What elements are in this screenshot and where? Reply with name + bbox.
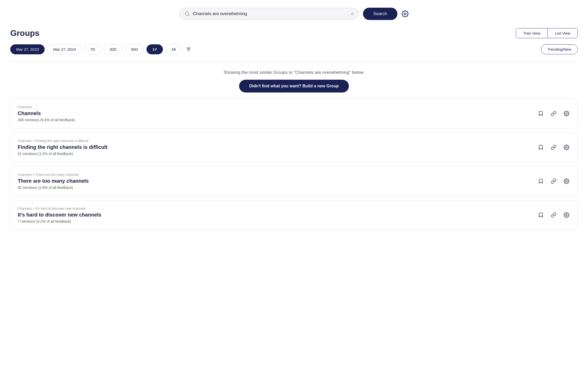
group-actions [537, 177, 570, 185]
trending-new-button[interactable]: Trending/New [541, 44, 578, 54]
group-breadcrumb: Channels > There are too many channels [18, 173, 89, 177]
link-button[interactable] [550, 211, 557, 219]
settings-gear-button[interactable] [401, 10, 409, 17]
svg-point-7 [566, 147, 567, 148]
group-mentions: 308 mentions (9.4% of all feedback) [18, 118, 75, 122]
tree-view-button[interactable]: Tree View [516, 28, 548, 38]
settings-button[interactable] [563, 110, 570, 117]
group-name: It's hard to discover new channels [18, 212, 101, 218]
search-input[interactable] [193, 11, 348, 16]
group-breadcrumb: Channels > Finding the right channels is… [18, 139, 107, 143]
filter-30d-button[interactable]: 30D [104, 44, 123, 54]
group-card: Channels > Finding the right channels is… [10, 132, 578, 162]
similar-info: Showing the most similar Groups to "Chan… [10, 70, 578, 93]
bookmark-button[interactable] [537, 143, 545, 151]
filter-options-button[interactable] [184, 45, 193, 54]
bookmark-button[interactable] [537, 110, 545, 117]
svg-point-2 [404, 13, 406, 15]
bookmark-button[interactable] [537, 211, 545, 219]
date-filter-row: Mar 27, 2023 Mar 27, 2024 7D 30D 90D 1Y … [10, 44, 578, 54]
page-title: Groups [10, 28, 40, 38]
filter-7d-button[interactable]: 7D [84, 44, 101, 54]
filter-90d-button[interactable]: 90D [125, 44, 144, 54]
header-row: Groups Tree View List View [10, 28, 578, 38]
group-name: Channels [18, 110, 75, 116]
bookmark-button[interactable] [537, 177, 545, 185]
group-mentions: 7 mentions (0.2% of all feedback) [18, 219, 101, 223]
group-breadcrumb: Channels > It's hard to discover new cha… [18, 207, 101, 210]
group-card: Channels > There are too many channels T… [10, 166, 578, 196]
group-breadcrumb: Channels [18, 105, 75, 109]
groups-list: Channels Channels 308 mentions (9.4% of … [10, 99, 578, 230]
svg-point-9 [566, 214, 567, 216]
filter-all-button[interactable]: All [165, 44, 182, 54]
similar-info-text: Showing the most similar Groups to "Chan… [10, 70, 578, 75]
view-toggle: Tree View List View [516, 28, 578, 38]
date-filters: Mar 27, 2023 Mar 27, 2024 7D 30D 90D 1Y … [10, 44, 193, 54]
filter-1y-button[interactable]: 1Y [146, 44, 163, 54]
search-clear-button[interactable]: × [351, 12, 354, 16]
group-actions [537, 110, 570, 117]
group-actions [537, 211, 570, 219]
group-card-content: Channels > Finding the right channels is… [18, 139, 107, 156]
group-name: Finding the right channels is difficult [18, 144, 107, 150]
svg-point-6 [566, 113, 567, 114]
link-button[interactable] [550, 177, 557, 185]
svg-point-8 [566, 180, 567, 182]
group-actions [537, 143, 570, 151]
search-bar-container: × Search [10, 5, 578, 20]
svg-line-1 [188, 15, 189, 16]
search-button[interactable]: Search [363, 8, 397, 20]
group-card: Channels Channels 308 mentions (9.4% of … [10, 99, 578, 128]
group-card-content: Channels Channels 308 mentions (9.4% of … [18, 105, 75, 122]
link-button[interactable] [550, 110, 557, 117]
divider [10, 61, 578, 62]
date-start-button[interactable]: Mar 27, 2023 [10, 44, 45, 54]
settings-button[interactable] [563, 177, 570, 185]
group-mentions: 92 mentions (2.8% of all feedback) [18, 186, 89, 190]
group-card: Channels > It's hard to discover new cha… [10, 200, 578, 230]
group-mentions: 51 mentions (1.5% of all feedback) [18, 152, 107, 156]
search-icon [185, 11, 190, 16]
group-card-content: Channels > There are too many channels T… [18, 173, 89, 190]
group-card-content: Channels > It's hard to discover new cha… [18, 207, 101, 223]
group-name: There are too many channels [18, 178, 89, 184]
search-input-wrapper: × [179, 8, 359, 20]
settings-button[interactable] [563, 143, 570, 151]
settings-button[interactable] [563, 211, 570, 219]
list-view-button[interactable]: List View [548, 28, 577, 38]
link-button[interactable] [550, 143, 557, 151]
build-group-button[interactable]: Didn't find what you want? Build a new G… [239, 80, 349, 93]
date-end-button[interactable]: Mar 27, 2024 [47, 44, 82, 54]
